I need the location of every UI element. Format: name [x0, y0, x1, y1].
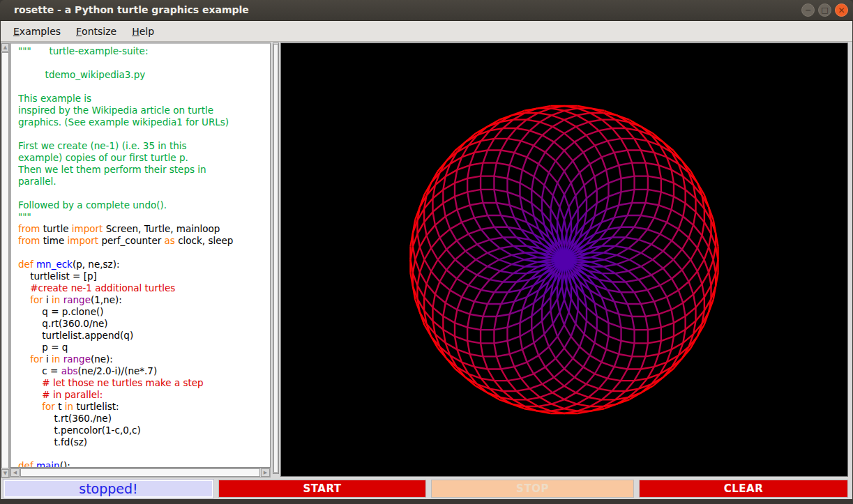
rosette-step-path: [551, 246, 578, 273]
code-line: First we create (ne-1) (i.e. 35 in this: [18, 140, 270, 152]
code-line: [18, 128, 270, 140]
window-title: rosette - a Python turtle graphics examp…: [14, 4, 249, 15]
menu-item-help[interactable]: Help: [124, 21, 162, 41]
scroll-left-icon: ◀: [13, 471, 17, 475]
stop-button[interactable]: STOP: [431, 480, 634, 498]
code-line: [18, 81, 270, 93]
title-bar[interactable]: rosette - a Python turtle graphics examp…: [0, 0, 853, 21]
minimize-icon: −: [805, 6, 811, 14]
code-line: t.pencolor(1-c,0,c): [18, 425, 270, 436]
code-line: for i in range(ne):: [18, 353, 270, 365]
code-line: [18, 188, 270, 199]
menu-bar: ExamplesFontsizeHelp: [1, 21, 852, 42]
close-button[interactable]: ✕: [835, 3, 848, 17]
code-line: parallel.: [18, 176, 270, 188]
maximize-button[interactable]: □: [818, 3, 831, 17]
scroll-right-button[interactable]: ▶: [261, 468, 270, 477]
code-line: Followed by a complete undo().: [18, 199, 270, 211]
menu-item-examples[interactable]: Examples: [6, 21, 68, 41]
code-line: [18, 57, 270, 69]
code-line: inspired by the Wikipedia article on tur…: [18, 105, 270, 116]
code-line: def mn_eck(p, ne,sz):: [18, 259, 270, 270]
code-line: """ turtle-example-suite:: [18, 45, 270, 57]
code-line: Then we let them perform their steps in: [18, 164, 270, 176]
code-line: for i in range(1,ne):: [18, 294, 270, 306]
window-controls: − □ ✕: [801, 3, 848, 17]
text-vscrollbar[interactable]: ▲ ▼: [1, 43, 10, 478]
minimize-button[interactable]: −: [801, 3, 815, 17]
code-line: turtlelist.append(q): [18, 330, 270, 342]
code-line: example) copies of our first turtle p.: [18, 152, 270, 164]
maximize-icon: □: [821, 6, 828, 14]
main-area: ▲ ▼ """ turtle-example-suite: tdemo_wiki…: [1, 42, 852, 479]
code-line: t.rt(360./ne): [18, 413, 270, 425]
bottom-bar: stopped! START STOP CLEAR: [1, 479, 852, 499]
rosette-canvas-svg: [281, 43, 847, 476]
text-hscrollbar-thumb[interactable]: [20, 468, 260, 477]
code-line: This example is: [18, 93, 270, 105]
code-line: tdemo_wikipedia3.py: [18, 69, 270, 81]
status-label: stopped!: [3, 480, 213, 498]
menu-item-fontsize[interactable]: Fontsize: [68, 21, 124, 41]
scroll-down-button[interactable]: ▼: [1, 469, 9, 478]
scroll-up-icon: ▲: [3, 45, 7, 50]
source-code-panel[interactable]: """ turtle-example-suite: tdemo_wikipedi…: [10, 43, 271, 468]
text-vscrollbar-thumb[interactable]: [1, 52, 9, 468]
turtle-canvas: [280, 43, 848, 477]
start-button[interactable]: START: [218, 480, 426, 498]
canvas-vscrollbar[interactable]: [273, 43, 279, 474]
code-line: # let those ne turtles make a step: [18, 377, 270, 389]
code-line: def main():: [18, 460, 270, 467]
code-line: [18, 247, 270, 259]
code-line: t.fd(sz): [18, 436, 270, 448]
scroll-down-icon: ▼: [3, 471, 7, 476]
code-line: [18, 448, 270, 460]
clear-button[interactable]: CLEAR: [639, 480, 848, 498]
code-text: """ turtle-example-suite: tdemo_wikipedi…: [18, 45, 270, 467]
code-line: q.rt(360.0/ne): [18, 318, 270, 330]
scroll-right-icon: ▶: [264, 471, 267, 475]
app-window: rosette - a Python turtle graphics examp…: [0, 0, 853, 504]
code-line: p = q: [18, 342, 270, 353]
code-line: c = abs(ne/2.0-i)/(ne*.7): [18, 365, 270, 377]
text-hscrollbar[interactable]: ◀ ▶: [10, 468, 271, 478]
code-line: from turtle import Screen, Turtle, mainl…: [18, 223, 270, 235]
code-line: graphics. (See example wikipedia1 for UR…: [18, 116, 270, 128]
scroll-up-button[interactable]: ▲: [1, 43, 9, 52]
code-line: #create ne-1 additional turtles: [18, 282, 270, 294]
code-line: from time import perf_counter as clock, …: [18, 235, 270, 247]
code-line: for t in turtlelist:: [18, 401, 270, 413]
scroll-left-button[interactable]: ◀: [10, 468, 20, 477]
code-line: q = p.clone(): [18, 306, 270, 318]
canvas-vscrollbar-thumb[interactable]: [273, 44, 278, 473]
code-line: # in parallel:: [18, 389, 270, 401]
close-icon: ✕: [838, 6, 845, 15]
code-line: """: [18, 211, 270, 223]
code-line: turtlelist = [p]: [18, 270, 270, 282]
